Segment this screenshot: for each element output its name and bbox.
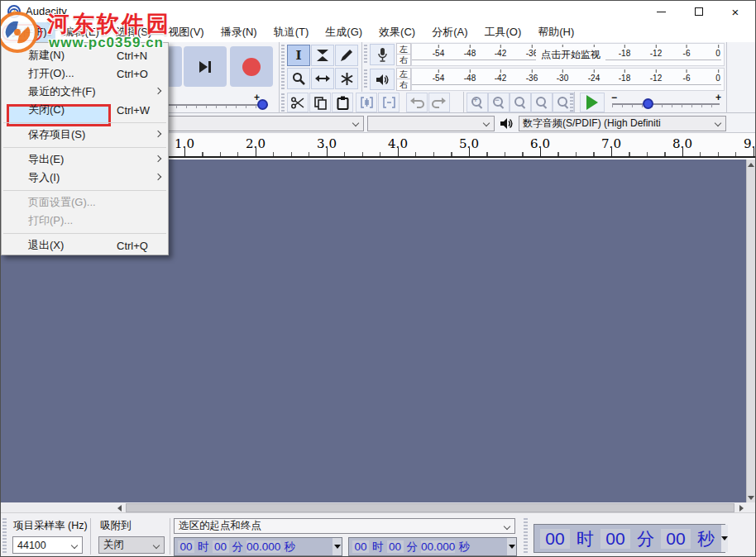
scrollbar-thumb[interactable] [126,503,734,512]
field-dropdown-button[interactable] [507,538,516,555]
menu-item-recent-files[interactable]: 最近的文件(F) [2,83,168,101]
meter-tick-label: 0 [715,74,720,83]
menu-generate[interactable]: 生成(G) [317,22,371,42]
scroll-down-button[interactable] [747,493,755,502]
playback-meter-toolbar[interactable]: 左 右 -54 -48 -42 -36 -30 -24 -18 -12 -6 0 [362,67,727,92]
zoom-tool-button[interactable] [287,68,310,89]
menu-item-exit[interactable]: 退出(X) Ctrl+Q [2,236,168,255]
chevron-down-icon [715,120,721,126]
seconds-value[interactable]: 00.000 [246,540,280,553]
meter-tick-label: -12 [650,49,662,58]
minutes-value[interactable]: 00 [387,540,404,553]
hours-value[interactable]: 00 [178,540,194,553]
minutes-value[interactable]: 00 [213,540,229,553]
minutes-value[interactable]: 00 [600,529,630,549]
menu-transport[interactable]: 播录(N) [213,22,266,42]
fit-selection-button[interactable] [510,93,531,112]
menu-separator [2,119,168,126]
menu-tools[interactable]: 工具(O) [476,22,529,42]
zoom-out-button[interactable]: − [488,93,510,112]
scroll-right-button[interactable] [735,502,747,513]
recording-volume-thumb[interactable] [257,99,268,110]
timeshift-tool-button[interactable] [311,68,334,89]
menu-tracks[interactable]: 轨道(T) [266,22,318,42]
hours-value[interactable]: 00 [352,540,369,553]
undo-button[interactable] [406,93,428,112]
field-dropdown-button[interactable] [721,525,728,552]
silence-audio-button[interactable] [378,93,400,112]
trim-audio-button[interactable] [356,93,377,112]
toolbar-grip[interactable] [364,45,367,64]
menu-file[interactable]: 文件(F) [3,22,55,42]
menu-item-export[interactable]: 导出(E) [2,150,168,169]
seconds-value[interactable]: 00 [661,529,691,549]
paste-button[interactable] [332,93,353,112]
minimize-button[interactable] [643,1,679,22]
playback-meter-button[interactable] [370,69,395,90]
menu-help[interactable]: 帮助(H) [529,22,582,42]
envelope-tool-button[interactable] [311,45,334,66]
toolbar-grip[interactable] [281,93,285,112]
ruler-label: 9.0 [744,136,756,151]
minutes-unit: 分 [407,540,419,555]
scroll-left-button[interactable] [113,502,125,513]
ruler-label: 6.0 [530,136,550,151]
close-button[interactable]: × [717,1,754,22]
copy-button[interactable] [309,93,331,112]
project-rate-select[interactable]: 44100 [12,536,83,554]
record-button[interactable] [230,46,273,87]
selection-mode-select[interactable]: 选区的起点和终点 [174,518,515,534]
toolbar-grip[interactable] [570,93,573,112]
menu-item-save-project[interactable]: 保存项目(S) [2,126,168,144]
menu-item-open[interactable]: 打开(O)... Ctrl+O [2,64,168,83]
maximize-button[interactable] [681,1,717,22]
hours-value[interactable]: 00 [540,529,570,549]
fit-project-button[interactable] [531,93,553,112]
playback-meter-scale[interactable]: -54 -48 -42 -36 -30 -24 -18 -12 -6 0 [411,68,725,91]
double-arrow-icon [315,73,330,84]
selection-end-field[interactable]: 00 时 00 分 00.000 秒 [348,537,517,556]
minutes-unit: 分 [232,540,244,555]
recording-meter-toolbar[interactable]: 左 右 -54 -48 -42 -36 -30 -24 -18 -12 -6 0… [362,42,727,67]
toolbar-grip[interactable] [2,518,7,555]
redo-button[interactable] [428,93,450,112]
draw-tool-button[interactable] [335,45,358,66]
audio-position-field[interactable]: 00 时 00 分 00 秒 [534,524,725,553]
menu-item-import[interactable]: 导入(I) [2,169,168,187]
play-at-speed-button[interactable] [580,93,605,112]
channel-left-label: 左 [396,68,411,79]
meter-tick-label: -42 [495,74,506,83]
selection-tool-button[interactable]: I [287,45,310,66]
seconds-value[interactable]: 00.000 [421,540,455,553]
selection-start-field[interactable]: 00 时 00 分 00.000 秒 [174,537,342,556]
playback-device-select[interactable]: 数字音频(S/PDIF) (High Definiti [519,116,726,131]
cut-button[interactable] [287,93,309,112]
scroll-up-button[interactable] [747,159,755,169]
menu-select[interactable]: 选择(S) [108,22,160,42]
recording-channels-select[interactable] [367,116,495,131]
vertical-scrollbar[interactable] [746,159,755,502]
meter-tick-label: -36 [526,74,538,83]
toolbar-grip[interactable] [524,518,528,555]
toolbar-grip[interactable] [364,69,367,89]
multi-tool-button[interactable] [335,68,358,89]
field-dropdown-button[interactable] [333,538,342,555]
menu-item-close[interactable]: 关闭(C) Ctrl+W [2,101,168,119]
seconds-unit: 秒 [458,540,470,555]
monitor-start-hint[interactable]: 点击开始监视 [536,47,605,63]
snap-to-select[interactable]: 关闭 [98,536,165,554]
menu-item-new[interactable]: 新建(N) Ctrl+N [2,46,168,64]
play-speed-thumb[interactable] [643,98,653,109]
skip-end-button[interactable] [184,46,227,87]
horizontal-scrollbar[interactable] [1,502,755,513]
toolbar-grip[interactable] [281,45,285,89]
menu-analyze[interactable]: 分析(A) [423,22,476,42]
zoom-in-button[interactable]: + [467,93,488,112]
menu-edit[interactable]: 编辑(E) [55,22,108,42]
magnifier-icon [292,72,306,86]
menu-view[interactable]: 视图(V) [160,22,212,42]
record-meter-scale[interactable]: -54 -48 -42 -36 -30 -24 -18 -12 -6 0 点击开… [411,43,725,66]
submenu-arrow-icon [155,174,161,180]
record-meter-button[interactable] [370,44,395,65]
menu-effect[interactable]: 效果(C) [371,22,423,42]
